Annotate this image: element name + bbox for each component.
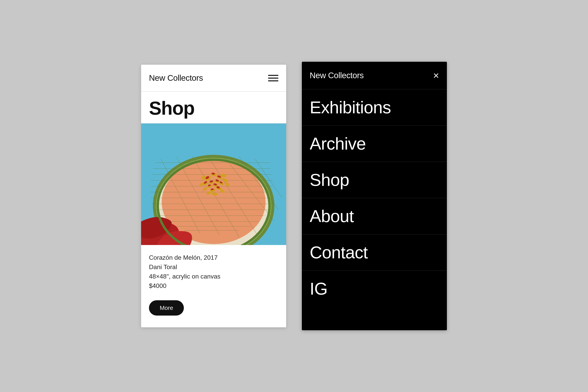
- artwork-price: $4000: [149, 281, 278, 290]
- hamburger-line-1: [268, 75, 278, 76]
- page-title: Shop: [149, 99, 278, 118]
- artwork-info: Corazón de Melón, 2017 Dani Toral 48×48"…: [141, 245, 286, 294]
- nav-item-exhibitions[interactable]: Exhibitions: [302, 90, 447, 126]
- app-header: New Collectors: [141, 65, 286, 92]
- hamburger-line-2: [268, 78, 278, 78]
- hamburger-line-3: [268, 80, 278, 81]
- nav-logo: New Collectors: [310, 71, 364, 80]
- nav-item-label: Exhibitions: [310, 98, 391, 117]
- hamburger-icon[interactable]: [268, 75, 278, 81]
- nav-item-contact[interactable]: Contact: [302, 234, 447, 271]
- nav-spacer: [302, 307, 447, 330]
- nav-item-ig[interactable]: IG: [302, 271, 447, 307]
- right-panel: New Collectors × Exhibitions Archive Sho…: [302, 62, 447, 330]
- artwork-title: Corazón de Melón, 2017: [149, 253, 278, 262]
- nav-item-label: About: [310, 206, 354, 226]
- artwork-artist: Dani Toral: [149, 262, 278, 272]
- nav-item-label: Archive: [310, 134, 366, 153]
- nav-item-archive[interactable]: Archive: [302, 126, 447, 162]
- nav-item-label: Shop: [310, 170, 349, 190]
- left-panel: New Collectors Shop: [141, 65, 286, 327]
- artwork-details: 48×48", acrylic on canvas: [149, 272, 278, 281]
- more-button[interactable]: More: [149, 300, 184, 316]
- nav-item-label: Contact: [310, 243, 368, 262]
- nav-item-shop[interactable]: Shop: [302, 162, 447, 198]
- nav-header: New Collectors ×: [302, 62, 447, 90]
- nav-menu: Exhibitions Archive Shop About Contact I…: [302, 90, 447, 307]
- artwork-image: [141, 124, 286, 245]
- nav-item-about[interactable]: About: [302, 198, 447, 234]
- app-logo: New Collectors: [149, 73, 203, 83]
- close-icon[interactable]: ×: [433, 70, 439, 80]
- page-title-section: Shop: [141, 92, 286, 124]
- nav-item-label: IG: [310, 279, 328, 298]
